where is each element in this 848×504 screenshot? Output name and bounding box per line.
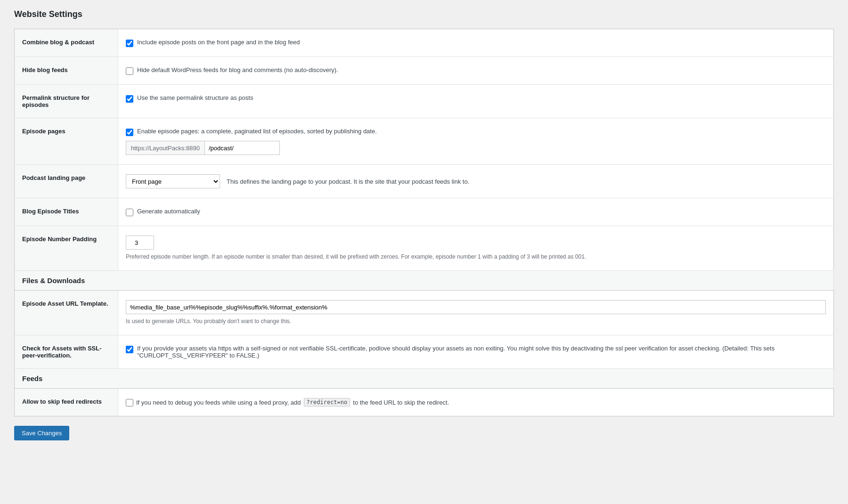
checkbox-combine-blog[interactable] bbox=[126, 40, 133, 47]
help-text-asset-url: Is used to generate URLs. You probably d… bbox=[126, 317, 826, 325]
row-skip-feed-redirects: Allow to skip feed redirects If you need… bbox=[15, 389, 834, 416]
cell-combine-blog: Include episode posts on the front page … bbox=[118, 29, 834, 57]
row-hide-blog-feeds: Hide blog feeds Hide default WordPress f… bbox=[15, 57, 834, 85]
checkbox-episode-pages[interactable] bbox=[126, 129, 133, 136]
url-suffix-input[interactable] bbox=[204, 141, 280, 155]
input-episode-number-padding[interactable] bbox=[126, 236, 154, 250]
checkbox-hide-blog-feeds[interactable] bbox=[126, 67, 133, 75]
section-header-files-label: Files & Downloads bbox=[15, 271, 834, 291]
cell-blog-episode-titles: Generate automatically bbox=[118, 198, 834, 226]
desc-skip-feed-after: to the feed URL to skip the redirect. bbox=[353, 399, 449, 406]
checkbox-row-hide: Hide default WordPress feeds for blog an… bbox=[126, 66, 826, 75]
row-episode-asset-url: Episode Asset URL Template. Is used to g… bbox=[15, 291, 834, 335]
cell-episode-pages: Enable episode pages: a complete, pagina… bbox=[118, 118, 834, 165]
row-permalink-structure: Permalink structure for episodes Use the… bbox=[15, 85, 834, 118]
checkbox-check-ssl[interactable] bbox=[126, 346, 133, 353]
cell-skip-feed-redirects: If you need to debug you feeds while usi… bbox=[118, 389, 834, 416]
label-combine-blog: Combine blog & podcast bbox=[15, 29, 118, 57]
desc-blog-episode-titles: Generate automatically bbox=[137, 208, 200, 215]
row-combine-blog: Combine blog & podcast Include episode p… bbox=[15, 29, 834, 57]
cell-episode-number-padding: Preferred episode number length. If an e… bbox=[118, 226, 834, 271]
select-podcast-landing-page[interactable]: Front page Custom page bbox=[126, 174, 220, 188]
cell-check-ssl: If you provide your assets via https wit… bbox=[118, 335, 834, 369]
checkbox-blog-episode-titles[interactable] bbox=[126, 209, 133, 216]
desc-check-ssl: If you provide your assets via https wit… bbox=[137, 345, 826, 359]
checkbox-row-skip-feed: If you need to debug you feeds while usi… bbox=[126, 398, 826, 406]
checkbox-row-ssl: If you provide your assets via https wit… bbox=[126, 345, 826, 359]
checkbox-row-blog-titles: Generate automatically bbox=[126, 208, 826, 216]
row-blog-episode-titles: Blog Episode Titles Generate automatical… bbox=[15, 198, 834, 226]
label-episode-number-padding: Episode Number Padding bbox=[15, 226, 118, 271]
input-episode-asset-url[interactable] bbox=[126, 300, 826, 314]
page-title: Website Settings bbox=[14, 9, 834, 19]
checkbox-row-episode-pages: Enable episode pages: a complete, pagina… bbox=[126, 128, 826, 136]
label-skip-feed-redirects: Allow to skip feed redirects bbox=[15, 389, 118, 416]
checkbox-skip-feed-redirects[interactable] bbox=[126, 399, 133, 406]
episode-pages-url-row: https://LayoutPacks:8890 bbox=[126, 141, 826, 155]
checkbox-permalink-structure[interactable] bbox=[126, 95, 133, 103]
row-episode-pages: Episode pages Enable episode pages: a co… bbox=[15, 118, 834, 165]
checkbox-row-permalink: Use the same permalink structure as post… bbox=[126, 94, 826, 103]
desc-hide-blog-feeds: Hide default WordPress feeds for blog an… bbox=[137, 66, 338, 73]
desc-podcast-landing-page: This defines the landing page to your po… bbox=[227, 178, 469, 185]
label-podcast-landing-page: Podcast landing page bbox=[15, 165, 118, 198]
cell-episode-asset-url: Is used to generate URLs. You probably d… bbox=[118, 291, 834, 335]
label-episode-pages: Episode pages bbox=[15, 118, 118, 165]
row-episode-number-padding: Episode Number Padding Preferred episode… bbox=[15, 226, 834, 271]
desc-permalink-structure: Use the same permalink structure as post… bbox=[137, 94, 253, 101]
settings-table: Combine blog & podcast Include episode p… bbox=[14, 29, 834, 416]
desc-episode-pages: Enable episode pages: a complete, pagina… bbox=[137, 128, 377, 135]
select-row-landing: Front page Custom page This defines the … bbox=[126, 174, 826, 188]
cell-hide-blog-feeds: Hide default WordPress feeds for blog an… bbox=[118, 57, 834, 85]
section-header-feeds-label: Feeds bbox=[15, 369, 834, 389]
save-changes-button[interactable]: Save Changes bbox=[14, 426, 69, 440]
section-header-files-downloads: Files & Downloads bbox=[15, 271, 834, 291]
url-prefix: https://LayoutPacks:8890 bbox=[126, 141, 204, 155]
help-text-episode-padding: Preferred episode number length. If an e… bbox=[126, 252, 826, 261]
section-header-feeds: Feeds bbox=[15, 369, 834, 389]
skip-feed-code: ?redirect=no bbox=[304, 398, 351, 406]
row-podcast-landing-page: Podcast landing page Front page Custom p… bbox=[15, 165, 834, 198]
label-check-ssl: Check for Assets with SSL-peer-verificat… bbox=[15, 335, 118, 369]
label-permalink-structure: Permalink structure for episodes bbox=[15, 85, 118, 118]
number-input-wrapper bbox=[126, 236, 826, 250]
checkbox-row-combine: Include episode posts on the front page … bbox=[126, 39, 826, 47]
desc-skip-feed-before: If you need to debug you feeds while usi… bbox=[136, 399, 301, 406]
label-blog-episode-titles: Blog Episode Titles bbox=[15, 198, 118, 226]
desc-combine-blog: Include episode posts on the front page … bbox=[137, 39, 300, 46]
row-check-ssl: Check for Assets with SSL-peer-verificat… bbox=[15, 335, 834, 369]
label-episode-asset-url: Episode Asset URL Template. bbox=[15, 291, 118, 335]
label-hide-blog-feeds: Hide blog feeds bbox=[15, 57, 118, 85]
cell-permalink-structure: Use the same permalink structure as post… bbox=[118, 85, 834, 118]
cell-podcast-landing-page: Front page Custom page This defines the … bbox=[118, 165, 834, 198]
